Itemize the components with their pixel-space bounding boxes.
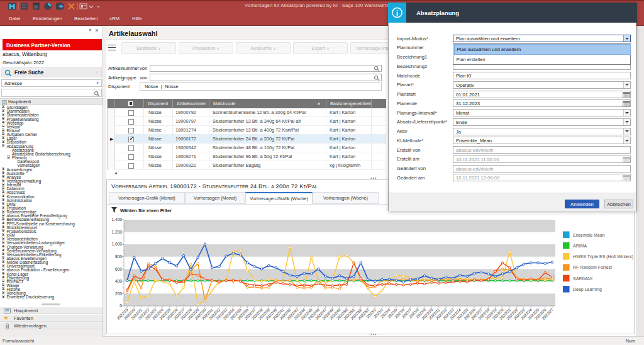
svg-text:1.000: 1.000: [111, 242, 122, 246]
svg-text:Ensemble Mean: Ensemble Mean: [573, 233, 605, 237]
svg-text:HWES Triple ES (Holt Winters): HWES Triple ES (Holt Winters): [573, 254, 633, 259]
svg-text:600: 600: [115, 267, 122, 271]
svg-text:200: 200: [115, 291, 122, 296]
svg-text:1.200: 1.200: [111, 230, 122, 234]
svg-text:ARIMA: ARIMA: [573, 244, 587, 248]
svg-text:SARIMAX: SARIMAX: [573, 276, 593, 281]
svg-text:0: 0: [119, 303, 122, 308]
svg-text:400: 400: [115, 279, 122, 283]
svg-text:RF Random Forrest: RF Random Forrest: [573, 265, 612, 269]
svg-text:Deep Learning: Deep Learning: [573, 287, 602, 292]
svg-text:1.400: 1.400: [111, 217, 122, 222]
svg-text:800: 800: [115, 254, 122, 259]
